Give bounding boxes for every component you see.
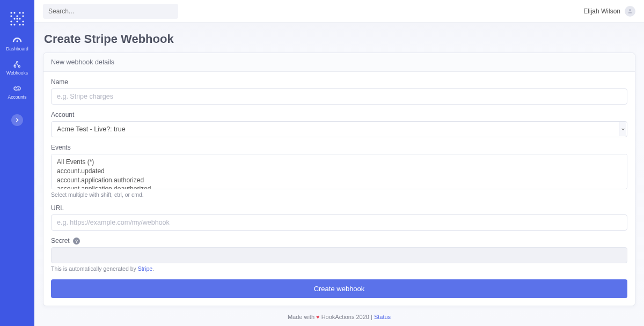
svg-point-3 [22, 12, 24, 13]
events-select[interactable]: All Events (*) account.updated account.a… [51, 154, 627, 189]
status-link[interactable]: Status [374, 314, 391, 320]
sidebar-item-accounts[interactable]: Accounts [0, 79, 34, 103]
svg-point-8 [16, 18, 18, 19]
url-label: URL [51, 204, 627, 212]
form-card: New webhook details Name Account Acme Te… [43, 53, 635, 306]
svg-point-14 [13, 24, 15, 25]
svg-point-7 [13, 18, 15, 19]
main: Elijah Wilson Create Stripe Webhook New … [34, 0, 644, 326]
sidebar-item-label: Dashboard [6, 46, 28, 51]
svg-point-15 [19, 24, 20, 25]
events-help: Select multiple with shift, ctrl, or cmd… [51, 191, 627, 198]
sidebar: Dashboard Webhooks Accounts [0, 0, 34, 326]
svg-point-0 [10, 12, 12, 13]
card-header: New webhook details [43, 53, 635, 72]
dashboard-icon [12, 36, 23, 45]
footer: Made with ♥ HookActions 2020 | Status [43, 306, 635, 325]
svg-point-4 [10, 15, 12, 17]
events-option[interactable]: All Events (*) [57, 158, 621, 167]
user-menu[interactable]: Elijah Wilson [583, 6, 635, 17]
svg-point-13 [10, 24, 12, 25]
secret-label: Secret ? [51, 237, 627, 244]
svg-point-11 [16, 20, 18, 22]
events-option[interactable]: account.application.deauthorized [57, 184, 621, 189]
events-label: Events [51, 144, 627, 151]
secret-help: This is automatically generated by Strip… [51, 265, 627, 272]
user-name: Elijah Wilson [583, 8, 620, 15]
svg-point-9 [19, 18, 20, 19]
link-icon [12, 84, 23, 93]
webhooks-icon [12, 60, 23, 69]
svg-point-5 [16, 15, 18, 17]
account-label: Account [51, 111, 627, 118]
events-option[interactable]: account.updated [57, 167, 621, 176]
account-select[interactable]: Acme Test - Live?: true [51, 121, 627, 137]
svg-point-10 [10, 20, 12, 22]
stripe-link[interactable]: Stripe [138, 265, 152, 272]
events-option[interactable]: account.application.authorized [57, 176, 621, 185]
sidebar-item-dashboard[interactable]: Dashboard [0, 31, 34, 55]
secret-input [51, 247, 627, 263]
create-webhook-button[interactable]: Create webhook [51, 279, 627, 298]
sidebar-item-webhooks[interactable]: Webhooks [0, 55, 34, 79]
svg-point-16 [22, 24, 24, 25]
page-title: Create Stripe Webhook [44, 32, 635, 46]
svg-point-2 [19, 12, 20, 13]
svg-point-1 [13, 12, 15, 13]
sidebar-item-label: Webhooks [6, 70, 28, 76]
url-input[interactable] [51, 214, 627, 231]
name-input[interactable] [51, 88, 627, 105]
content: Create Stripe Webhook New webhook detail… [34, 23, 644, 326]
search-box[interactable] [43, 4, 178, 19]
sidebar-collapse-button[interactable] [11, 114, 23, 126]
svg-point-6 [22, 15, 24, 17]
svg-point-12 [22, 20, 24, 22]
search-input[interactable] [48, 8, 173, 15]
app-logo[interactable] [8, 10, 26, 28]
name-label: Name [51, 78, 627, 86]
chevron-down-icon [619, 122, 626, 136]
avatar-icon [625, 6, 635, 17]
topbar: Elijah Wilson [34, 0, 644, 23]
help-icon[interactable]: ? [73, 238, 80, 244]
sidebar-item-label: Accounts [8, 94, 27, 100]
account-selected: Acme Test - Live?: true [51, 121, 627, 137]
